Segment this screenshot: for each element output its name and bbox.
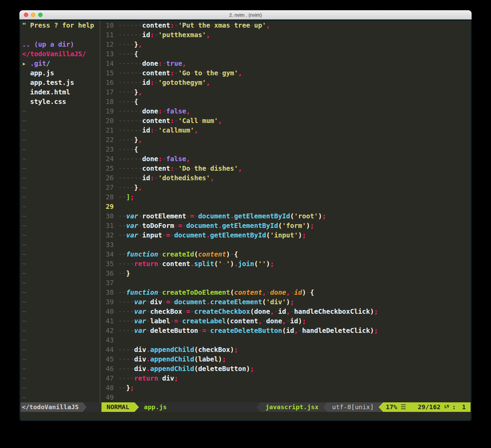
whitespace-dot: · xyxy=(198,327,202,335)
code-line-41[interactable]: 41····var·label·=·createLabel(content,·d… xyxy=(101,316,471,326)
code-line-31[interactable]: 31··var·toDoForm·=·document.getElementBy… xyxy=(101,221,471,231)
code-line-16[interactable]: 16······id:·'gotothegym', xyxy=(101,78,471,88)
code-token: ; xyxy=(374,308,378,315)
code-line-28[interactable]: 28··]; xyxy=(101,192,471,202)
code-line-17[interactable]: 17····}, xyxy=(101,88,471,97)
code-token: the xyxy=(198,21,210,29)
code-line-47[interactable]: 47····return·div; xyxy=(101,374,471,383)
code-line-44[interactable]: 44····div.appendChild(checkBox); xyxy=(101,345,471,355)
sidebar-item-style-css[interactable]: style.css xyxy=(22,97,98,107)
code-token: ' xyxy=(218,260,222,268)
code-token: deleteButton xyxy=(150,327,198,335)
code-line-37[interactable]: 37 xyxy=(101,278,471,288)
whitespace-dot: · xyxy=(118,250,122,258)
code-token: ] xyxy=(126,193,130,201)
code-line-46[interactable]: 46····div.appendChild(deleteButton); xyxy=(101,364,471,374)
whitespace-dot: · xyxy=(118,193,122,201)
code-token: ( xyxy=(194,355,198,363)
code-line-26[interactable]: 26······id:·'dothedishes', xyxy=(101,173,471,183)
code-line-19[interactable]: 19······done:·false, xyxy=(101,107,471,116)
whitespace-dot: · xyxy=(170,231,174,239)
whitespace-dot: · xyxy=(146,298,150,306)
code-line-45[interactable]: 45····div.appendChild(label); xyxy=(101,355,471,364)
code-line-23[interactable]: 23····{ xyxy=(101,145,471,154)
status-line: </todoVanillaJS NORMAL app.js javascript… xyxy=(20,402,471,412)
whitespace-dot: · xyxy=(126,117,130,125)
code-line-38[interactable]: 38··function·createToDoElement(content,·… xyxy=(101,288,471,297)
code-line-36[interactable]: 36··} xyxy=(101,269,471,278)
code-line-32[interactable]: 32··var·input·=·document.getElementById(… xyxy=(101,231,471,240)
code-line-13[interactable]: 13····{ xyxy=(101,49,471,59)
sidebar-item-app-test-js[interactable]: app.test.js xyxy=(22,78,98,88)
whitespace-dot: · xyxy=(218,69,222,77)
whitespace-dot: · xyxy=(122,184,126,191)
code-token: checkBox xyxy=(198,346,230,354)
code-line-22[interactable]: 22····}, xyxy=(101,135,471,145)
code-line-33[interactable]: 33 xyxy=(101,240,471,250)
whitespace-dot: · xyxy=(138,126,142,134)
whitespace-dot: · xyxy=(162,60,166,67)
line-number: 19 xyxy=(101,107,114,116)
code-line-40[interactable]: 40····var·checkBox·=·createCheckbox(done… xyxy=(101,307,471,316)
code-token: content xyxy=(234,289,262,296)
close-button[interactable] xyxy=(24,13,28,17)
code-line-35[interactable]: 35····return·content.split('·').join('')… xyxy=(101,259,471,269)
empty-line-tilde: ~ xyxy=(22,374,98,383)
code-line-49[interactable]: 49 xyxy=(101,393,471,402)
sidebar-item-index-html[interactable]: index.html xyxy=(22,88,98,97)
whitespace-dot: · xyxy=(122,298,126,306)
code-token: var xyxy=(126,231,138,239)
code-line-42[interactable]: 42····var·deleteButton·=·createDeleteBut… xyxy=(101,326,471,336)
code-line-11[interactable]: 11······id:·'putthexmas', xyxy=(101,30,471,40)
code-line-34[interactable]: 34··function·createId(content)·{ xyxy=(101,250,471,259)
whitespace-dot: · xyxy=(118,136,122,144)
code-editor[interactable]: 10······content:·'Put·the·xmas·tree·up',… xyxy=(101,21,471,402)
sidebar-item-app-js[interactable]: app.js xyxy=(22,68,98,78)
whitespace-dot: · xyxy=(146,327,150,335)
code-line-24[interactable]: 24······done:·false, xyxy=(101,154,471,164)
zoom-button[interactable] xyxy=(38,13,43,17)
code-line-20[interactable]: 20······content:·'Call·mum', xyxy=(101,116,471,126)
whitespace-dot: · xyxy=(130,88,134,96)
whitespace-dot: · xyxy=(206,327,210,335)
code-line-30[interactable]: 30··var·rootElement·=·document.getElemen… xyxy=(101,212,471,221)
desktop: { "window": { "title": "2. nvim . (nvim)… xyxy=(0,0,491,448)
code-line-25[interactable]: 25······content:·'Do·the·dishes', xyxy=(101,164,471,173)
code-line-10[interactable]: 10······content:·'Put·the·xmas·tree·up', xyxy=(101,21,471,30)
whitespace-dot: · xyxy=(134,79,138,87)
code-line-29[interactable]: 29 xyxy=(101,202,471,212)
code-line-43[interactable]: 43 xyxy=(101,336,471,345)
netrw-blank-line xyxy=(22,30,98,40)
code-line-15[interactable]: 15······content:·'Go·to·the·gym', xyxy=(101,68,471,78)
window-split-divider[interactable] xyxy=(98,21,101,402)
code-token: ( xyxy=(194,365,198,373)
code-line-39[interactable]: 39····var·div·=·document.createElement('… xyxy=(101,297,471,307)
code-token: . xyxy=(230,212,234,220)
code-token: content xyxy=(230,317,258,325)
code-line-14[interactable]: 14······done:·true, xyxy=(101,59,471,68)
code-token: var xyxy=(126,212,138,220)
code-token: label xyxy=(150,317,170,325)
code-token: toDoForm xyxy=(142,222,174,230)
sidebar-item-git-dir[interactable]: ▸ .git/ xyxy=(22,59,98,68)
code-token: id xyxy=(142,79,150,87)
code-token: : xyxy=(158,60,162,67)
code-line-21[interactable]: 21······id:·'callmum', xyxy=(101,126,471,135)
code-line-48[interactable]: 48··}; xyxy=(101,383,471,393)
code-token: : xyxy=(170,21,174,29)
code-line-18[interactable]: 18····{ xyxy=(101,97,471,107)
file-explorer[interactable]: " Press ? for help.. (up a dir)</todoVan… xyxy=(20,21,98,402)
code-line-12[interactable]: 12····}, xyxy=(101,40,471,49)
code-token: dishes' xyxy=(210,165,238,172)
code-token: createToDoElement xyxy=(162,289,230,296)
command-line[interactable] xyxy=(20,412,471,420)
title-bar[interactable]: 2. nvim . (nvim) xyxy=(19,10,472,19)
code-token: div xyxy=(134,365,146,373)
minimize-button[interactable] xyxy=(31,13,35,17)
netrw-up-dir[interactable]: .. (up a dir) xyxy=(22,40,98,49)
whitespace-dot: · xyxy=(118,165,122,172)
whitespace-dot: · xyxy=(130,155,134,163)
code-token: = xyxy=(186,308,190,315)
code-line-27[interactable]: 27····}, xyxy=(101,183,471,192)
code-token: , xyxy=(266,21,270,29)
